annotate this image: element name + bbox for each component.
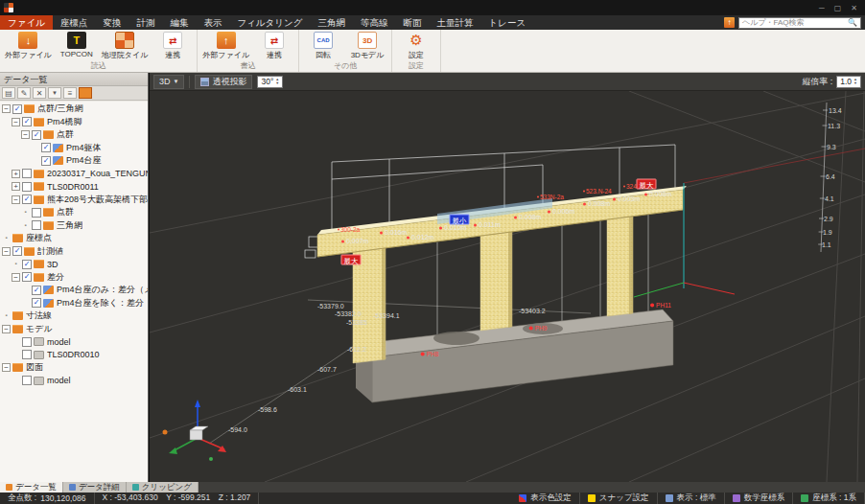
tree-row[interactable]: ▪座標点 bbox=[0, 232, 148, 245]
menu-item-0[interactable]: ファイル bbox=[0, 15, 53, 30]
update-icon[interactable]: ↑ bbox=[724, 17, 735, 28]
tree-checkbox[interactable] bbox=[32, 208, 41, 218]
maximize-button[interactable]: ▢ bbox=[834, 4, 842, 12]
tree-expander[interactable]: − bbox=[2, 104, 11, 113]
folder-icon bbox=[34, 195, 44, 204]
tree-checkbox[interactable] bbox=[22, 182, 32, 192]
menu-item-8[interactable]: 等高線 bbox=[353, 15, 396, 30]
tree-checkbox[interactable]: ✓ bbox=[12, 104, 22, 114]
tree-row[interactable]: model bbox=[0, 335, 148, 349]
close-button[interactable]: ✕ bbox=[851, 4, 857, 12]
tree-checkbox[interactable] bbox=[22, 376, 32, 385]
angle-input[interactable]: 30° ▲▼ bbox=[257, 76, 283, 88]
tree-expander[interactable]: − bbox=[12, 118, 20, 126]
tab-clipping[interactable]: クリッピング bbox=[127, 482, 199, 493]
scene-label: 0.016m bbox=[380, 229, 407, 236]
vscale-spinner[interactable]: ▲▼ bbox=[853, 78, 857, 85]
tree-checkbox[interactable]: ✓ bbox=[22, 195, 32, 204]
angle-spinner[interactable]: ▲▼ bbox=[275, 78, 279, 85]
filter-icon[interactable] bbox=[48, 87, 61, 99]
vscale-input[interactable]: 1.0 ▲▼ bbox=[836, 76, 861, 88]
tree-row[interactable]: ▪点群 bbox=[0, 206, 148, 219]
tab-data-list[interactable]: データ一覧 bbox=[0, 482, 63, 493]
tree-checkbox[interactable]: ✓ bbox=[22, 272, 32, 282]
snap-button[interactable]: スナップ設定 bbox=[580, 493, 658, 504]
tree-row[interactable]: −✓計測値 bbox=[0, 245, 148, 259]
tree-checkbox[interactable]: ✓ bbox=[41, 143, 51, 152]
tree-row[interactable]: +20230317_Koua_TENGUN_NEZ bbox=[0, 168, 148, 181]
tree-checkbox[interactable]: ✓ bbox=[12, 246, 22, 256]
delete-icon[interactable] bbox=[33, 87, 46, 99]
display-color-button[interactable]: 表示色設定 bbox=[511, 493, 580, 504]
tree-row[interactable]: TLS0DR0010 bbox=[0, 349, 148, 362]
tree-row[interactable]: +TLS0DR0011 bbox=[0, 180, 148, 194]
tree-row[interactable]: −✓点群 bbox=[0, 128, 148, 142]
tree-expander[interactable]: − bbox=[21, 130, 30, 139]
tree-checkbox[interactable]: ✓ bbox=[22, 117, 32, 126]
tree-checkbox[interactable] bbox=[22, 337, 32, 347]
menu-item-6[interactable]: フィルタリング bbox=[229, 15, 310, 30]
tree-row[interactable]: −✓差分 bbox=[0, 271, 148, 285]
coord-button[interactable]: 座標系 : 1系 bbox=[793, 493, 865, 504]
menu-item-10[interactable]: 土量計算 bbox=[429, 15, 480, 30]
tree-row[interactable]: −✓熊本208号大藪高架橋下部工（Pm4） bbox=[0, 194, 148, 207]
list-icon[interactable] bbox=[63, 87, 77, 99]
3Dモデル-button[interactable]: 3Dモデル bbox=[345, 30, 389, 61]
folder-icon[interactable] bbox=[79, 87, 92, 99]
tree-row[interactable]: ▪寸法線 bbox=[0, 309, 148, 323]
menu-item-1[interactable]: 座標点 bbox=[53, 15, 96, 30]
tree-expander[interactable]: − bbox=[2, 363, 11, 372]
menu-item-4[interactable]: 編集 bbox=[162, 15, 196, 30]
edit-icon[interactable] bbox=[17, 87, 31, 99]
minimize-button[interactable]: ─ bbox=[819, 4, 825, 12]
外部ファイル-button[interactable]: 外部ファイル bbox=[2, 30, 55, 61]
tree-row[interactable]: −✓点群/三角網 bbox=[0, 103, 148, 116]
menu-item-3[interactable]: 計測 bbox=[129, 15, 162, 30]
menu-item-5[interactable]: 表示 bbox=[196, 15, 229, 30]
tree-expander[interactable]: − bbox=[2, 247, 11, 256]
tree-row[interactable]: −✓Pm4橋脚 bbox=[0, 116, 148, 129]
tree-row[interactable]: ✓Pm4台座のみ：差分（メッシュ） bbox=[0, 284, 148, 297]
tree-checkbox[interactable] bbox=[22, 350, 32, 359]
view-mode-dropdown[interactable]: 3D ▼ bbox=[153, 75, 184, 89]
tree-expander[interactable]: − bbox=[12, 195, 20, 204]
viewport-3d[interactable]: 3D ▼ 透視投影 30° ▲▼ 縦倍率 : 1.0 ▲▼ bbox=[150, 73, 865, 482]
help-search-input[interactable]: ヘルプ・FAQ検索 🔍 bbox=[738, 17, 861, 29]
tree-row[interactable]: ✓Pm4躯体 bbox=[0, 142, 148, 155]
tree-checkbox[interactable] bbox=[32, 220, 41, 230]
tree-checkbox[interactable]: ✓ bbox=[22, 260, 32, 269]
tree-expander[interactable]: + bbox=[12, 170, 20, 178]
地理院タイル-button[interactable]: 地理院タイル bbox=[99, 30, 152, 61]
TOPCON-button[interactable]: TOPCON bbox=[55, 30, 99, 61]
menu-item-2[interactable]: 変換 bbox=[95, 15, 129, 30]
math-button[interactable]: 数学座標系 bbox=[725, 493, 794, 504]
tree-row[interactable]: ✓Pm4台座 bbox=[0, 154, 148, 168]
tree-row[interactable]: ▪✓3D bbox=[0, 258, 148, 271]
view-button[interactable]: 表示 : 標準 bbox=[658, 493, 725, 504]
tree-checkbox[interactable] bbox=[22, 169, 32, 178]
tree-expander[interactable]: + bbox=[12, 182, 20, 191]
tree-row[interactable]: −モデル bbox=[0, 323, 148, 336]
properties-icon[interactable] bbox=[2, 87, 15, 99]
scene-3d[interactable]: 0.007m0.016m0.012m0.010m0.011m0.008m0.00… bbox=[150, 91, 865, 482]
外部ファイル-button[interactable]: 外部ファイル bbox=[199, 30, 252, 61]
tree-expander[interactable]: − bbox=[12, 273, 20, 282]
tree-row[interactable]: model bbox=[0, 375, 148, 388]
tab-data-detail[interactable]: データ詳細 bbox=[63, 482, 127, 493]
tree-checkbox[interactable]: ✓ bbox=[41, 156, 51, 166]
連携-button[interactable]: 連携 bbox=[151, 30, 195, 61]
projection-button[interactable]: 透視投影 bbox=[195, 75, 252, 89]
設定-button[interactable]: 設定 bbox=[394, 30, 438, 61]
tree-checkbox[interactable]: ✓ bbox=[32, 298, 41, 308]
回転-button[interactable]: 回転 bbox=[301, 30, 345, 61]
連携-button[interactable]: 連携 bbox=[252, 30, 296, 61]
menu-item-9[interactable]: 断面 bbox=[395, 15, 429, 30]
menu-item-11[interactable]: トレース bbox=[480, 15, 533, 30]
tree-row[interactable]: −図面 bbox=[0, 361, 148, 375]
tree-expander[interactable]: − bbox=[2, 325, 11, 333]
tree-checkbox[interactable]: ✓ bbox=[32, 286, 41, 295]
menu-item-7[interactable]: 三角網 bbox=[310, 15, 353, 30]
tree-row[interactable]: ✓Pm4台座を除く：差分（メッシュ） bbox=[0, 297, 148, 310]
tree-row[interactable]: ▪三角網 bbox=[0, 219, 148, 233]
tree-checkbox[interactable]: ✓ bbox=[32, 130, 41, 140]
